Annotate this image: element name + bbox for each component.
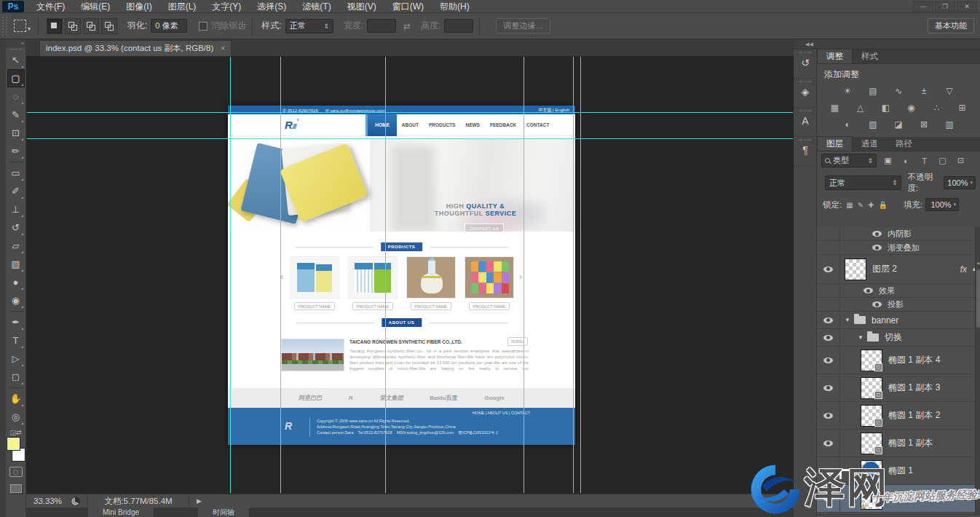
scrollbar-up-icon[interactable]: ▲: [976, 261, 980, 265]
visibility-eye-icon[interactable]: [823, 496, 833, 502]
subtract-from-selection-button[interactable]: [83, 18, 99, 34]
add-to-selection-button[interactable]: [65, 18, 81, 34]
pen-tool-icon[interactable]: ✒: [7, 313, 25, 331]
brightness-contrast-icon[interactable]: ☀: [840, 84, 855, 97]
guide-vertical[interactable]: [573, 57, 574, 493]
minimize-button[interactable]: —: [913, 1, 933, 12]
guide-vertical[interactable]: [280, 57, 281, 493]
lock-transparency-icon[interactable]: ▦: [846, 201, 853, 209]
menu-窗口(W)[interactable]: 窗口(W): [384, 0, 432, 13]
intersect-selection-button[interactable]: [101, 18, 117, 34]
menu-帮助(H)[interactable]: 帮助(H): [432, 0, 478, 13]
status-flyout-icon[interactable]: ▶: [197, 497, 202, 505]
menu-文件(F)[interactable]: 文件(F): [28, 0, 73, 13]
layer-filter-select[interactable]: 类型⇕: [821, 154, 877, 167]
tab-paths[interactable]: 路径: [887, 136, 921, 151]
layer-thumbnail[interactable]: [845, 258, 866, 280]
visibility-eye-icon[interactable]: [872, 231, 882, 237]
fx-badge[interactable]: fx: [960, 264, 967, 275]
levels-icon[interactable]: ▤: [866, 84, 880, 97]
layer-thumbnail[interactable]: T⚠: [861, 488, 882, 510]
tab-adjustments[interactable]: 调整: [817, 49, 853, 63]
tool-preset-arrow-icon[interactable]: ▾: [28, 25, 31, 32]
menu-图像(I)[interactable]: 图像(I): [118, 0, 159, 13]
layer-row[interactable]: 内阴影: [817, 227, 980, 241]
visibility-eye-icon[interactable]: [823, 317, 833, 323]
clone-stamp-tool-icon[interactable]: ⊥: [7, 200, 25, 218]
zoom-level-input[interactable]: 33.33%: [33, 497, 62, 505]
layer-thumbnail[interactable]: [861, 377, 882, 399]
tab-styles[interactable]: 样式: [853, 49, 887, 63]
layer-row[interactable]: ▼banner: [817, 312, 980, 329]
history-panel-icon[interactable]: ↺: [794, 50, 817, 79]
visibility-eye-icon[interactable]: [872, 301, 882, 307]
visibility-eye-icon[interactable]: [823, 267, 833, 272]
restore-button[interactable]: ❐: [935, 1, 955, 12]
vibrance-icon[interactable]: ▽: [942, 84, 957, 97]
type-tool-icon[interactable]: T: [7, 331, 25, 350]
invert-icon[interactable]: ◐: [840, 118, 855, 130]
healing-brush-tool-icon[interactable]: ▭: [7, 164, 25, 182]
menu-编辑(E)[interactable]: 编辑(E): [73, 0, 118, 13]
layer-row[interactable]: 渐变叠加: [817, 241, 980, 255]
foreground-color-swatch[interactable]: [7, 438, 20, 450]
feather-input[interactable]: 0 像素: [151, 19, 187, 33]
document-tab[interactable]: index.psd @ 33.3% (contact us 副本, RGB/8)…: [39, 40, 232, 56]
character-panel-icon[interactable]: A: [794, 108, 817, 137]
layer-thumbnail[interactable]: [861, 405, 882, 427]
gradient-map-icon[interactable]: ⊠: [917, 118, 931, 130]
group-expand-icon[interactable]: ▼: [845, 317, 850, 323]
eyedropper-tool-icon[interactable]: ✏: [7, 142, 25, 160]
lock-all-icon[interactable]: 🔒: [878, 201, 887, 209]
layer-thumbnail[interactable]: [861, 350, 882, 371]
guide-horizontal[interactable]: [27, 138, 793, 139]
posterize-icon[interactable]: ▨: [866, 118, 880, 130]
guide-vertical[interactable]: [580, 57, 581, 493]
tab-channels[interactable]: 通道: [853, 136, 887, 151]
selective-color-icon[interactable]: ▥: [942, 118, 957, 130]
quick-selection-tool-icon[interactable]: ✎: [7, 106, 25, 124]
3d-panel-icon[interactable]: ◈: [794, 79, 817, 108]
layer-row[interactable]: 椭圆 1 副本 2: [817, 402, 980, 430]
direct-selection-tool-icon[interactable]: ▷: [7, 350, 25, 368]
document-close-icon[interactable]: ×: [221, 44, 225, 52]
tab-timeline[interactable]: 时间轴: [198, 508, 250, 517]
height-input[interactable]: [444, 19, 473, 33]
layer-row[interactable]: 图层 2fx▲: [817, 255, 980, 284]
color-balance-icon[interactable]: △: [853, 101, 868, 114]
menu-选择(S)[interactable]: 选择(S): [249, 0, 294, 13]
shape-filter-icon[interactable]: ▢: [936, 155, 949, 167]
smart-object-filter-icon[interactable]: ⊡: [954, 155, 968, 167]
toolbar-grip[interactable]: [10, 49, 22, 50]
new-selection-button[interactable]: [47, 18, 63, 34]
menu-视图(V)[interactable]: 视图(V): [339, 0, 384, 13]
rectangular-marquee-tool-icon[interactable]: ▢: [7, 69, 25, 87]
layer-row[interactable]: 椭圆 1 副本 4: [817, 347, 980, 374]
refine-edge-button[interactable]: 调整边缘…: [496, 18, 550, 33]
brush-tool-icon[interactable]: ✐: [7, 182, 25, 200]
swap-colors-icon[interactable]: ◲⇄: [9, 429, 21, 436]
layer-row[interactable]: 椭圆 1 副本 3: [817, 374, 980, 402]
visibility-eye-icon[interactable]: [823, 468, 833, 474]
style-select[interactable]: 正常⇕: [285, 19, 333, 33]
visibility-eye-icon[interactable]: [823, 385, 833, 391]
guide-horizontal[interactable]: [27, 112, 793, 113]
layer-row[interactable]: T⚠contact us 副本: [817, 485, 980, 513]
hue-saturation-icon[interactable]: ▦: [828, 101, 842, 114]
tool-preset-icon[interactable]: [14, 20, 26, 32]
menu-文字(Y)[interactable]: 文字(Y): [204, 0, 249, 13]
width-input[interactable]: [367, 19, 396, 33]
layer-thumbnail[interactable]: [861, 433, 882, 454]
workspace-switcher-button[interactable]: 基本功能: [928, 18, 974, 33]
curves-icon[interactable]: ∿: [891, 84, 906, 97]
eraser-tool-icon[interactable]: ▱: [7, 237, 25, 255]
gradient-tool-icon[interactable]: ▧: [7, 255, 25, 273]
history-brush-tool-icon[interactable]: ↺: [7, 218, 25, 237]
visibility-eye-icon[interactable]: [823, 335, 833, 341]
layer-thumbnail[interactable]: [861, 460, 882, 482]
color-lookup-icon[interactable]: ⊞: [955, 101, 970, 114]
close-button[interactable]: ✕: [957, 1, 977, 12]
paragraph-panel-icon[interactable]: ¶: [794, 137, 817, 166]
crop-tool-icon[interactable]: ⊡: [7, 124, 25, 142]
fill-input[interactable]: 100%▾: [925, 198, 959, 211]
